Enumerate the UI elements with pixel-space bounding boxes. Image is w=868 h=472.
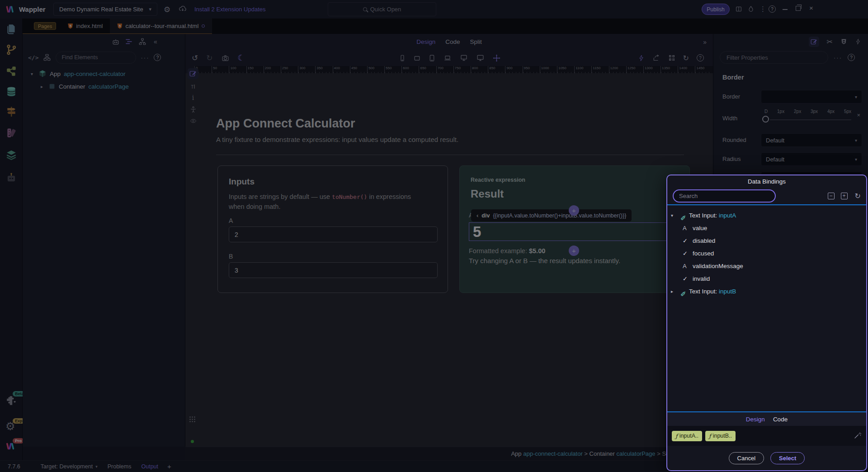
rounded-select[interactable]: Default▾: [761, 133, 862, 147]
chevron-right-icon[interactable]: ▸: [671, 289, 678, 294]
properties-help-icon[interactable]: ?: [848, 54, 855, 61]
css-shield-icon[interactable]: [840, 38, 847, 45]
expand-panel-icon[interactable]: »: [703, 38, 707, 46]
binding-property[interactable]: AvalidationMessage: [667, 260, 866, 272]
pages-panel-icon[interactable]: [5, 23, 17, 35]
device-square-icon[interactable]: [413, 54, 421, 62]
undo-icon[interactable]: ↺: [192, 53, 198, 63]
info-icon[interactable]: i: [192, 94, 194, 101]
beta-extensions-icon[interactable]: Beta: [5, 395, 17, 406]
git-panel-icon[interactable]: [5, 44, 17, 56]
typography-icon[interactable]: TI: [191, 83, 195, 90]
radius-select[interactable]: Default▾: [761, 152, 862, 166]
layout-columns-icon[interactable]: [735, 5, 743, 13]
refresh-icon[interactable]: ↻: [683, 54, 689, 62]
element-selector-pill[interactable]: ‹ div {{inputA.value.toNumber()+inputB.v…: [471, 209, 632, 222]
device-phone-icon[interactable]: [399, 54, 406, 62]
window-close-button[interactable]: ×: [809, 4, 813, 12]
pages-badge[interactable]: Pages: [34, 22, 56, 30]
device-tablet-icon[interactable]: [428, 54, 436, 62]
styles-panel-icon[interactable]: [5, 127, 17, 139]
tree-item-app[interactable]: ▾ App app-connect-calculator: [31, 68, 126, 79]
workflows-panel-icon[interactable]: [5, 65, 17, 77]
extensions-cloud-icon[interactable]: [178, 5, 187, 14]
design-canvas[interactable]: App Connect Calculator A tiny fixture to…: [185, 73, 713, 447]
tab-index-html[interactable]: 5 index.html: [61, 19, 110, 33]
qr-code-icon[interactable]: [668, 54, 675, 61]
help-icon[interactable]: ?: [769, 5, 776, 13]
grid-settings-icon[interactable]: [189, 416, 196, 423]
device-display-icon[interactable]: [476, 54, 485, 62]
freehand-move-icon[interactable]: [492, 54, 501, 62]
tree-item-container[interactable]: ▸ Container calculatorPage: [41, 81, 129, 92]
add-element-button[interactable]: +: [569, 205, 579, 216]
dark-mode-moon-icon[interactable]: ☾: [238, 53, 245, 63]
target-selector[interactable]: Target: Development▾: [41, 463, 98, 470]
outline-view-icon[interactable]: [125, 38, 133, 46]
structure-blocks-icon[interactable]: [43, 53, 51, 61]
properties-options-icon[interactable]: ···: [834, 54, 842, 61]
view-tab-code[interactable]: Code: [445, 38, 460, 45]
collapse-panel-icon[interactable]: «: [154, 38, 157, 45]
binding-property[interactable]: ✓invalid: [667, 272, 866, 285]
settings-gear-icon[interactable]: ⚙: [164, 5, 170, 14]
width-slider-track[interactable]: [770, 119, 851, 120]
edit-pencil-icon[interactable]: [188, 68, 198, 79]
screenshot-camera-icon[interactable]: [221, 54, 230, 62]
chevron-down-icon[interactable]: ▾: [671, 213, 678, 218]
binding-property[interactable]: ✓focused: [667, 247, 866, 260]
theme-drop-icon[interactable]: [747, 5, 755, 13]
collapse-all-icon[interactable]: −: [828, 193, 835, 199]
filter-properties-input[interactable]: [720, 51, 828, 64]
view-tab-split[interactable]: Split: [470, 38, 482, 45]
accessibility-person-icon[interactable]: [189, 105, 197, 113]
app-connect-bolt-icon[interactable]: [638, 54, 645, 62]
quick-open-button[interactable]: Quick Open: [328, 2, 436, 16]
binding-property[interactable]: Avalue: [667, 222, 866, 234]
tree-options-icon[interactable]: ···: [141, 54, 149, 61]
bindings-tree-item[interactable]: ▸✎Text Input: inputB: [667, 285, 866, 297]
device-laptop-icon[interactable]: [443, 54, 452, 62]
design-help-icon[interactable]: ?: [697, 54, 704, 61]
properties-bolt-icon[interactable]: [855, 38, 861, 45]
install-updates-link[interactable]: Install 2 Extension Updates: [194, 6, 266, 13]
chevron-left-icon[interactable]: ‹: [476, 212, 478, 219]
border-select[interactable]: ▾: [761, 90, 862, 104]
tab-code[interactable]: Code: [773, 416, 788, 423]
database-panel-icon[interactable]: [5, 86, 17, 98]
expression-area[interactable]: ƒinputA..ƒinputB..: [667, 426, 866, 446]
pro-features-icon[interactable]: Pro: [5, 442, 17, 453]
window-minimize-button[interactable]: [783, 5, 789, 10]
tab-calculator-html[interactable]: 5 calculator--tour-manual.html: [110, 19, 212, 33]
output-button[interactable]: Output: [141, 463, 158, 470]
tab-design[interactable]: Design: [746, 416, 765, 423]
project-selector[interactable]: Demo Dynamic Real Estate Site ▾: [53, 3, 157, 16]
assistant-robot-icon[interactable]: [111, 37, 120, 46]
bindings-tree-item[interactable]: ▾✎Text Input: inputA: [667, 209, 866, 222]
assistant-panel-icon[interactable]: [5, 172, 17, 184]
width-slider-thumb[interactable]: [762, 116, 769, 123]
visibility-eye-icon[interactable]: [189, 118, 198, 124]
input-b[interactable]: [229, 262, 438, 278]
device-desktop-icon[interactable]: [459, 54, 468, 62]
selected-result-element[interactable]: 5: [469, 222, 668, 241]
input-a[interactable]: [229, 227, 438, 242]
expression-chip[interactable]: ƒinputA..: [672, 431, 702, 441]
tree-help-icon[interactable]: ?: [154, 54, 161, 61]
binding-property[interactable]: ✓disabled: [667, 234, 866, 247]
refresh-bindings-icon[interactable]: ↻: [855, 192, 861, 200]
publish-button[interactable]: Publish: [702, 4, 730, 15]
add-panel-icon[interactable]: +: [167, 463, 171, 470]
magic-wand-icon[interactable]: [854, 431, 862, 439]
problems-button[interactable]: Problems: [108, 463, 132, 470]
routing-panel-icon[interactable]: [5, 106, 17, 118]
flow-view-icon[interactable]: [138, 38, 146, 46]
chevron-right-icon[interactable]: ▸: [41, 84, 45, 89]
window-restore-button[interactable]: [796, 6, 801, 11]
view-tab-design[interactable]: Design: [416, 38, 435, 45]
more-menu-icon[interactable]: ⋮: [760, 5, 766, 13]
experimental-gear-icon[interactable]: ⚙ Exp: [5, 420, 17, 432]
clear-width-icon[interactable]: ×: [857, 112, 860, 118]
select-button[interactable]: Select: [770, 452, 805, 464]
redo-icon[interactable]: ↻: [206, 53, 212, 63]
